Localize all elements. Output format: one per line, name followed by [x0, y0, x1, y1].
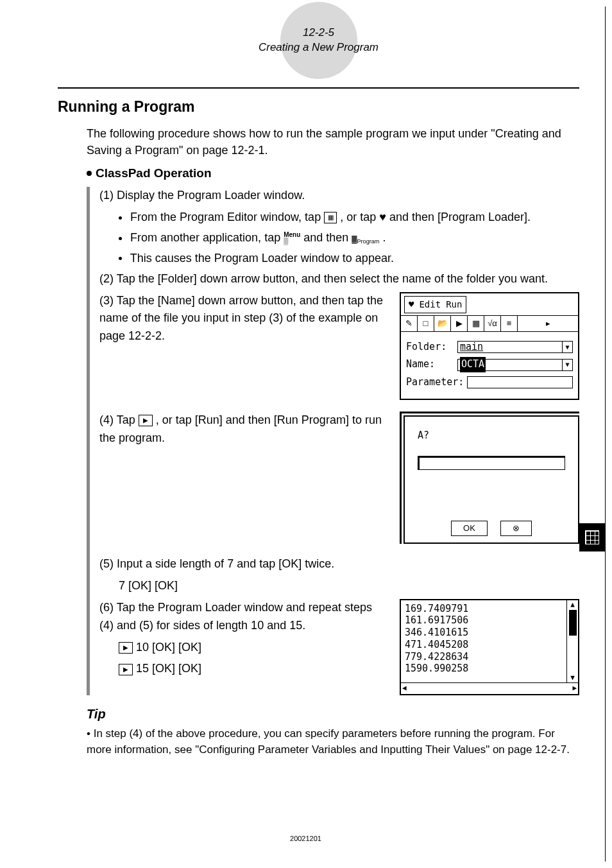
step-5-input: 7 [OK] [OK] [119, 577, 579, 595]
step-1a-post: and then [Program Loader]. [389, 211, 531, 223]
step-1a-mid: , or tap [340, 211, 379, 223]
steps-block: (1) Display the Program Loader window. F… [87, 187, 579, 695]
output-line: 169.7409791 [405, 603, 574, 615]
footer-number: 20021201 [6, 835, 605, 842]
loader-toolbar: ✎ □ 📂 ▶ ▦ √α ≡ ▸ [401, 316, 578, 332]
tip-heading: Tip [87, 707, 579, 722]
step-1b: From another application, tap Menu▒ and … [119, 229, 579, 247]
bullet-icon [119, 257, 122, 260]
step-2: (2) Tap the [Folder] down arrow button, … [99, 270, 579, 288]
step-1c: This causes the Program Loader window to… [119, 250, 579, 268]
tip-body: • In step (4) of the above procedure, yo… [87, 725, 579, 758]
menu-icon: Menu▒ [284, 232, 300, 245]
chevron-down-icon[interactable]: ▼ [562, 360, 572, 370]
bullet-icon [119, 237, 122, 240]
operation-heading-text: ClassPad Operation [96, 166, 212, 180]
window-icon: ▦ [324, 212, 337, 223]
output-line: 161.6917506 [405, 614, 574, 627]
page-header: 12-2-5 Creating a New Program [235, 26, 402, 55]
run-icon: ▶ [139, 415, 153, 426]
bullet-icon [119, 216, 122, 220]
toolbar-edit-icon[interactable]: ✎ [401, 316, 418, 331]
section-divider [58, 87, 579, 89]
output-line: 1590.990258 [405, 663, 574, 675]
toolbar-new-icon[interactable]: □ [418, 316, 434, 331]
dialog-prompt: A? [418, 428, 572, 443]
heart-icon: ♥ [379, 211, 386, 223]
step-1b-mid: and then [303, 231, 352, 244]
step-1b-pre: From another application, tap [130, 231, 284, 244]
folder-dropdown[interactable]: main ▼ [457, 341, 573, 353]
horizontal-scrollbar[interactable]: ◀ ▶ [401, 682, 578, 694]
name-label: Name: [406, 357, 457, 372]
dialog-input[interactable] [418, 456, 565, 470]
scroll-right-icon[interactable]: ▶ [572, 684, 577, 693]
vertical-scrollbar[interactable]: ▲ ▼ [566, 600, 578, 682]
scroll-down-icon[interactable]: ▼ [570, 673, 575, 682]
cancel-button[interactable]: ⊗ [500, 521, 532, 536]
toolbar-open-icon[interactable]: 📂 [434, 316, 451, 331]
toolbar-run-icon[interactable]: ▶ [451, 316, 468, 331]
parameter-input[interactable] [467, 376, 573, 388]
toolbar-window-icon[interactable]: ▦ [468, 316, 484, 331]
loader-menu: ♥ Edit Run [404, 296, 466, 314]
parameter-label: Parameter: [406, 375, 467, 390]
page-number: 12-2-5 [235, 26, 402, 40]
step-4: (4) Tap ▶ , or tap [Run] and then [Run P… [99, 412, 387, 447]
scroll-left-icon[interactable]: ◀ [402, 684, 407, 693]
grid-icon [585, 530, 599, 544]
step-1: (1) Display the Program Loader window. [99, 187, 579, 205]
step-1a-pre: From the Program Editor window, tap [130, 211, 324, 223]
screenshot-dialog: A? OK ⊗ [404, 415, 579, 544]
step-3: (3) Tap the [Name] down arrow button, an… [99, 292, 387, 346]
screenshot-loader: ♥ Edit Run ✎ □ 📂 ▶ ▦ √α ≡ [400, 292, 579, 400]
step-1b-post: . [383, 231, 386, 244]
folder-label: Folder: [406, 340, 457, 354]
scroll-up-icon[interactable]: ▲ [570, 600, 575, 609]
step-6a: ▶ 10 [OK] [OK] [119, 639, 387, 657]
section-heading: Running a Program [58, 98, 579, 116]
toolbar-math-icon[interactable]: √α [484, 316, 501, 331]
step-6: (6) Tap the Program Loader window and re… [99, 599, 387, 635]
step-5: (5) Input a side length of 7 and tap [OK… [99, 555, 579, 573]
scroll-thumb[interactable] [569, 610, 577, 636]
screenshot-output: 169.7409791 161.6917506 346.4101615 471.… [400, 599, 579, 695]
step-1a: From the Program Editor window, tap ▦ , … [119, 209, 579, 227]
name-dropdown[interactable]: OCTA ▼ [457, 359, 573, 371]
output-line: 346.4101615 [405, 627, 574, 639]
chevron-down-icon[interactable]: ▼ [562, 342, 572, 352]
ok-button[interactable]: OK [451, 521, 488, 536]
step-6b: ▶ 15 [OK] [OK] [119, 660, 387, 678]
operation-heading: ClassPad Operation [87, 166, 579, 180]
output-line: 779.4228634 [405, 651, 574, 663]
output-line: 471.4045208 [405, 639, 574, 651]
toolbar-more-icon[interactable]: ▸ [518, 316, 578, 331]
loader-menu-run[interactable]: Run [446, 298, 462, 312]
program-icon: ▓Program [352, 235, 379, 243]
loader-menu-heart[interactable]: ♥ [409, 298, 414, 312]
side-tab-icon[interactable] [579, 523, 605, 551]
loader-menu-edit[interactable]: Edit [419, 298, 441, 312]
bullet-icon [87, 171, 92, 176]
toolbar-list-icon[interactable]: ≡ [501, 316, 518, 331]
intro-paragraph: The following procedure shows how to run… [87, 125, 579, 159]
run-icon: ▶ [119, 664, 133, 675]
page-subtitle: Creating a New Program [235, 40, 402, 55]
run-icon: ▶ [119, 642, 133, 654]
